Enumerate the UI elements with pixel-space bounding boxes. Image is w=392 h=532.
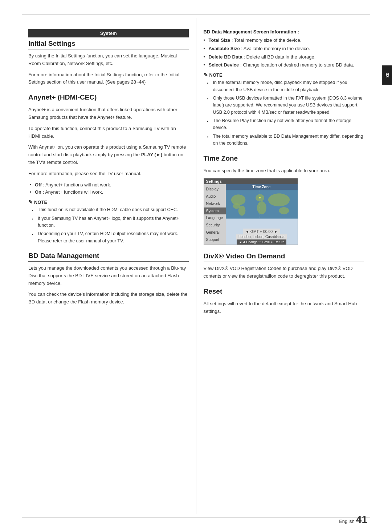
svg-point-6 [268, 194, 289, 207]
bd-data-body2: You can check the device's information i… [28, 291, 189, 306]
divx-body: View DivX® VOD Registration Codes to pur… [204, 265, 364, 280]
anynet-bullet-list: Off : Anynet+ functions will not work. O… [30, 181, 189, 197]
bd-data-title: BD Data Management [28, 252, 189, 262]
bd-note-item-4: The total memory available to BD Data Ma… [207, 133, 364, 147]
tab-number: 03 [385, 73, 390, 77]
anynet-title: Anynet+ (HDMI-CEC) [28, 93, 189, 103]
reset-section: Reset All settings will revert to the de… [204, 287, 364, 315]
initial-settings-title: Initial Settings [28, 40, 189, 49]
time-zone-body: You can specify the time zone that is ap… [204, 167, 364, 175]
left-column: System Initial Settings By using the Ini… [25, 18, 196, 514]
tz-zone-label: Time Zone [226, 184, 298, 190]
anynet-bullet-on: On : Anynet+ functions will work. [30, 189, 189, 196]
tz-menu-language: Language [204, 214, 226, 222]
initial-settings-body1: By using the Initial Settings function, … [28, 52, 189, 68]
reset-body: All settings will revert to the default … [204, 300, 364, 315]
anynet-note: ✎ NOTE This function is not available if… [28, 199, 189, 245]
page-number: 41 [356, 514, 367, 525]
tz-menu-audio: Audio [204, 193, 226, 200]
page-border-right [370, 15, 370, 517]
anynet-body3: With Anynet+ on, you can operate this pr… [28, 144, 189, 166]
tz-city: London, Lisbon, Casablanca [236, 234, 287, 239]
bd-screen-info-header: BD Data Management Screen Information : [204, 29, 364, 35]
time-zone-section: Time Zone You can specify the time zone … [204, 154, 364, 245]
bd-data-section: BD Data Management Lets you manage the d… [28, 252, 189, 306]
right-column: BD Data Management Screen Information : … [196, 18, 368, 514]
time-zone-title: Time Zone [204, 154, 364, 164]
tz-body: Display Audio Network System Language Se… [204, 184, 298, 245]
tz-arrow-left: ◄ [245, 229, 249, 234]
tz-menu-general: General [204, 229, 226, 236]
tz-menu-security: Security [204, 222, 226, 229]
tz-menu-system: System [204, 207, 226, 215]
tz-menu-support: Support [204, 236, 226, 243]
tz-menu-network: Network [204, 200, 226, 207]
initial-settings-body2: For more information about the Initial S… [28, 71, 189, 86]
anynet-note-header: ✎ NOTE [28, 199, 189, 205]
reset-title: Reset [204, 287, 364, 297]
divx-section: DivX® Video On Demand View DivX® VOD Reg… [204, 252, 364, 280]
svg-point-9 [259, 197, 261, 199]
tz-map-area [226, 190, 298, 229]
tz-gmt-row: ◄ GMT + 00:00 ► [243, 229, 280, 234]
bd-data-body1: Lets you manage the downloaded contents … [28, 265, 189, 287]
anynet-note-item-2: If your Samsung TV has an Anynet+ logo, … [32, 215, 189, 229]
anynet-body2: To operate this function, connect this p… [28, 125, 189, 140]
anynet-section: Anynet+ (HDMI-CEC) Anynet+ is a convenie… [28, 93, 189, 245]
tz-controls: ◄◄ Change ☞ Save ↩ Return [239, 240, 284, 244]
bd-bullet-total-size: Total Size : Total memory size of the de… [204, 37, 364, 44]
page-footer: English 41 [339, 514, 367, 525]
initial-settings-section: Initial Settings By using the Initial Se… [28, 40, 189, 86]
bd-bullet-available-size: Available Size : Available memory in the… [204, 45, 364, 53]
tz-settings-label: Settings [204, 178, 298, 184]
tz-arrow-right: ► [274, 229, 278, 234]
tz-map-svg [226, 190, 298, 219]
bd-note-item-2: Only those USB devices formatted in the … [207, 95, 364, 116]
bd-note: ✎ NOTE In the external memory mode, disc… [204, 72, 364, 147]
bd-note-item-1: In the external memory mode, disc playba… [207, 79, 364, 93]
tz-bottom-bar: ◄◄ Change ☞ Save ↩ Return [237, 239, 286, 245]
tz-sidebar: Display Audio Network System Language Se… [204, 184, 226, 245]
footer-language: English [339, 519, 355, 524]
bd-bullet-delete-bd: Delete BD Data : Delete all BD data in t… [204, 53, 364, 61]
svg-point-5 [257, 201, 266, 214]
anynet-body1: Anynet+ is a convenient function that of… [28, 106, 189, 121]
anynet-note-item-3: Depending on your TV, certain HDMI outpu… [32, 230, 189, 245]
bd-screen-info-section: BD Data Management Screen Information : … [204, 29, 364, 147]
bd-screen-bullets: Total Size : Total memory size of the de… [204, 37, 364, 69]
anynet-bullet-off: Off : Anynet+ functions will not work. [30, 181, 189, 189]
tz-gmt-value: GMT + 00:00 [250, 229, 273, 234]
anynet-note-item-1: This function is not available if the HD… [32, 206, 189, 213]
bd-note-header: ✎ NOTE [204, 72, 364, 78]
tz-main: Time Zone [226, 184, 298, 245]
tab-label: Setup [378, 70, 383, 80]
page-border-left [22, 15, 22, 517]
divx-title: DivX® Video On Demand [204, 252, 364, 262]
anynet-body4: For more information, please see the TV … [28, 170, 189, 178]
svg-point-7 [279, 207, 289, 214]
bd-note-item-3: The Resume Play function may not work af… [207, 117, 364, 132]
bd-note-list: In the external memory mode, disc playba… [207, 79, 364, 147]
anynet-note-list: This function is not available if the HD… [32, 206, 189, 245]
tz-menu-display: Display [204, 186, 226, 193]
timezone-ui: Settings Display Audio Network System La… [204, 178, 298, 245]
content-area: System Initial Settings By using the Ini… [25, 18, 367, 514]
page-border-bottom [22, 517, 370, 517]
system-header: System [28, 29, 189, 37]
svg-point-3 [238, 206, 245, 216]
note-icon: ✎ [28, 199, 33, 205]
bd-note-icon: ✎ [204, 72, 208, 78]
page-border-top [22, 15, 370, 15]
bd-bullet-select-device: Select Device : Change location of desir… [204, 61, 364, 69]
side-tab: 03 Setup [382, 65, 392, 85]
